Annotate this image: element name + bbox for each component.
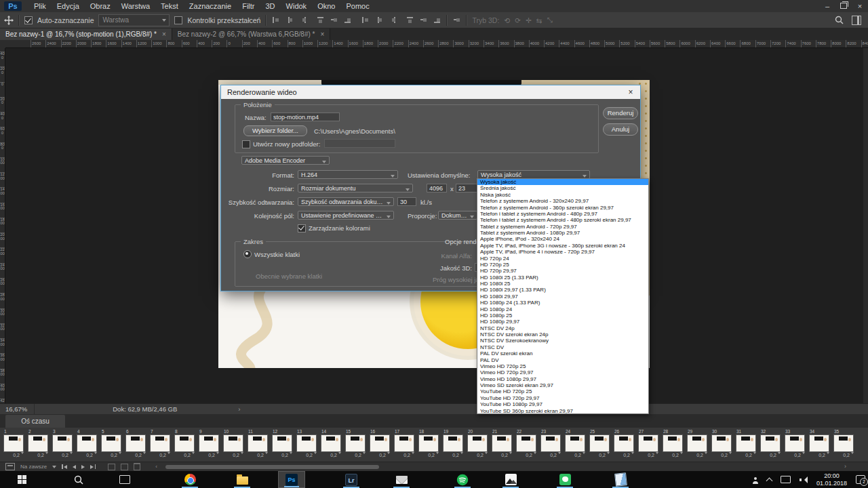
timeline-scroll-left[interactable]: ‹ bbox=[155, 464, 157, 470]
taskbar-spotify[interactable] bbox=[449, 471, 476, 488]
frame-duration[interactable]: 0,2 bbox=[638, 452, 660, 459]
menu-item[interactable]: Zaznaczanie bbox=[184, 0, 237, 12]
animation-frame[interactable]: 34 0,2 bbox=[809, 429, 831, 462]
name-field[interactable]: stop-motion.mp4 bbox=[271, 113, 340, 121]
preset-option[interactable]: Tablet z systemem Android - 720p 29,97 bbox=[477, 224, 648, 230]
document-tab-2[interactable]: Bez nazwy-2 @ 66,7% (Warstwa 6,RGB/8#) *… bbox=[172, 28, 330, 40]
frame-duration[interactable]: 0,2 bbox=[663, 452, 684, 459]
preset-option[interactable]: Vimeo SD szeroki ekran 29,97 bbox=[477, 382, 648, 388]
frame-thumbnail[interactable] bbox=[809, 434, 829, 452]
canvas-scrollbar[interactable] bbox=[863, 48, 868, 403]
tab-close-icon[interactable]: × bbox=[321, 28, 325, 40]
frame-duration[interactable]: 0,2 bbox=[125, 452, 147, 459]
taskbar-notes-app[interactable] bbox=[607, 471, 634, 488]
frame-thumbnail[interactable] bbox=[174, 434, 195, 452]
menu-item[interactable]: Tekst bbox=[155, 0, 184, 12]
frame-thumbnail[interactable] bbox=[101, 434, 121, 452]
frame-duration[interactable]: 0,2 bbox=[321, 452, 342, 459]
workspace-switcher-icon[interactable] bbox=[852, 16, 861, 25]
restore-button[interactable] bbox=[835, 0, 852, 12]
all-frames-radio[interactable] bbox=[243, 250, 252, 258]
frame-duration[interactable]: 0,2 bbox=[296, 452, 318, 459]
display-icon[interactable] bbox=[781, 476, 791, 483]
animation-frame[interactable]: 24 0,2 bbox=[565, 429, 587, 462]
menu-item[interactable]: Obraz bbox=[85, 0, 116, 12]
preset-option[interactable]: HD 720p 29,97 bbox=[477, 268, 648, 274]
loop-count-select[interactable]: Na zawsze bbox=[20, 464, 47, 470]
taskbar-search-button[interactable] bbox=[65, 471, 92, 488]
render-button[interactable]: Renderuj bbox=[603, 107, 638, 119]
frame-duration[interactable]: 0,2 bbox=[3, 452, 25, 459]
frame-duration[interactable]: 0,2 bbox=[150, 452, 172, 459]
animation-frame[interactable]: 5 0,2 bbox=[101, 429, 123, 462]
align-center-horizontal-icon[interactable] bbox=[285, 16, 294, 24]
preset-option[interactable]: HD 720p 25 bbox=[477, 262, 648, 268]
distribute-left-icon[interactable] bbox=[361, 16, 370, 24]
animation-frame[interactable]: 19 0,2 bbox=[443, 429, 465, 462]
animation-frame[interactable]: 9 0,2 bbox=[199, 429, 220, 462]
frame-thumbnail[interactable] bbox=[760, 434, 781, 452]
people-icon[interactable] bbox=[753, 477, 758, 483]
preset-option[interactable]: Vimeo HD 1080p 29,97 bbox=[477, 376, 648, 382]
previous-frame-button[interactable] bbox=[73, 465, 76, 469]
taskbar-evernote[interactable] bbox=[551, 471, 578, 488]
clock[interactable]: 20:00 01.01.2018 bbox=[816, 472, 847, 487]
preset-option[interactable]: NTSC DV szeroki ekran 24p bbox=[477, 331, 648, 338]
frame-duration[interactable]: 0,2 bbox=[589, 452, 611, 459]
animation-frame[interactable]: 30 0,2 bbox=[711, 429, 733, 462]
action-center-icon[interactable]: 2 bbox=[856, 475, 865, 484]
animation-frame[interactable]: 11 0,2 bbox=[248, 429, 269, 462]
preset-option[interactable]: PAL DV bbox=[477, 357, 648, 363]
cancel-button[interactable]: Anuluj bbox=[603, 123, 638, 136]
delete-frame-button[interactable] bbox=[134, 463, 140, 470]
frame-thumbnail[interactable] bbox=[125, 434, 146, 452]
taskbar-file-explorer[interactable] bbox=[229, 471, 256, 488]
auto-select-target-select[interactable]: Warstwa bbox=[98, 14, 170, 26]
frame-duration[interactable]: 0,2 bbox=[833, 452, 855, 459]
aspect-select[interactable]: Dokumen bbox=[438, 211, 477, 220]
animation-frame[interactable]: 28 0,2 bbox=[663, 429, 684, 462]
animation-frame[interactable]: 12 0,2 bbox=[272, 429, 294, 462]
preset-option[interactable]: HD 1080i 29,97 bbox=[477, 293, 648, 300]
frame-thumbnail[interactable] bbox=[589, 434, 610, 452]
frame-duration[interactable]: 0,2 bbox=[516, 452, 538, 459]
tray-expand-icon[interactable] bbox=[766, 477, 773, 484]
menu-item[interactable]: Pomoc bbox=[340, 0, 374, 12]
animation-frame[interactable]: 6 0,2 bbox=[125, 429, 147, 462]
zoom-level-field[interactable]: 16,67% bbox=[0, 404, 35, 414]
timeline-tab[interactable]: Oś czasu bbox=[5, 415, 65, 428]
field-order-select[interactable]: Ustawienie predefiniowane (progresyw... bbox=[298, 211, 394, 220]
frame-thumbnail[interactable] bbox=[223, 434, 243, 452]
animation-frame[interactable]: 26 0,2 bbox=[614, 429, 635, 462]
frame-thumbnail[interactable] bbox=[711, 434, 732, 452]
frame-duration[interactable]: 0,2 bbox=[272, 452, 294, 459]
frame-duration[interactable]: 0,2 bbox=[199, 452, 220, 459]
animation-frame[interactable]: 7 0,2 bbox=[150, 429, 172, 462]
frame-thumbnail[interactable] bbox=[394, 434, 414, 452]
next-frame-button[interactable] bbox=[90, 464, 96, 469]
animation-frame[interactable]: 1 0,2 bbox=[3, 429, 25, 462]
frame-duration[interactable]: 0,2 bbox=[785, 452, 806, 459]
frame-thumbnail[interactable] bbox=[248, 434, 268, 452]
preset-option[interactable]: HD 1080p 25 bbox=[477, 312, 648, 319]
animation-frame[interactable]: 35 0,2 bbox=[833, 429, 855, 462]
preset-option[interactable]: Vimeo HD 720p 25 bbox=[477, 363, 648, 369]
timeline-scroll-right[interactable]: › bbox=[844, 463, 846, 470]
timeline-scrollbar[interactable] bbox=[165, 465, 379, 469]
frame-duration[interactable]: 0,2 bbox=[443, 452, 465, 459]
frame-thumbnail[interactable] bbox=[199, 434, 219, 452]
close-button[interactable]: × bbox=[852, 0, 868, 12]
distribute-top-icon[interactable] bbox=[406, 16, 414, 24]
preset-option[interactable]: HD 1080p 24 (1.33 PAR) bbox=[477, 300, 648, 306]
animation-frame[interactable]: 33 0,2 bbox=[785, 429, 806, 462]
animation-frame[interactable]: 32 0,2 bbox=[760, 429, 782, 462]
animation-frame[interactable]: 14 0,2 bbox=[321, 429, 342, 462]
format-select[interactable]: H.264 bbox=[298, 170, 398, 179]
preset-option[interactable]: Vimeo HD 720p 29,97 bbox=[477, 369, 648, 375]
animation-frame[interactable]: 8 0,2 bbox=[174, 429, 196, 462]
preset-option[interactable]: HD 1080p 24 bbox=[477, 306, 648, 312]
frame-duration[interactable]: 0,2 bbox=[760, 452, 782, 459]
taskbar-photos[interactable] bbox=[497, 471, 524, 488]
frame-duration[interactable]: 0,2 bbox=[492, 452, 513, 459]
menu-item[interactable]: Widok bbox=[281, 0, 313, 12]
